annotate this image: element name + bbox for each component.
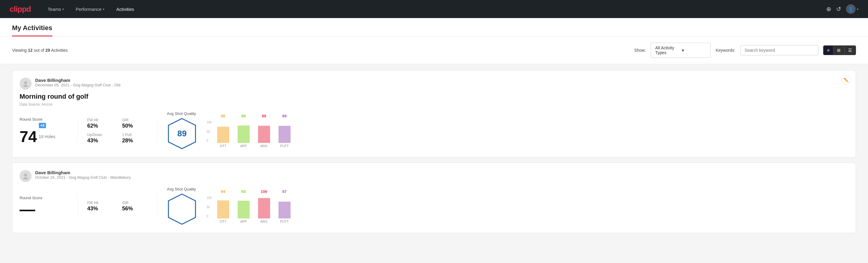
round-score-label: Round Score xyxy=(20,117,68,122)
viewing-suffix: Activities xyxy=(51,48,68,53)
y-label-100: 100 xyxy=(207,121,212,124)
gir-stat: GIR 50% xyxy=(122,118,147,129)
view-compact-icon: ☰ xyxy=(848,48,852,53)
performance-chevron-icon: ▾ xyxy=(103,7,104,11)
svg-marker-5 xyxy=(168,194,195,224)
view-list-icon: ≡ xyxy=(827,48,830,53)
edit-button[interactable]: ✏️ xyxy=(841,75,851,85)
bar-app-fill xyxy=(238,125,250,143)
bar-arg-value-2: 106 xyxy=(261,189,268,194)
search-input[interactable] xyxy=(740,45,818,55)
bar-ott-fill xyxy=(217,127,229,143)
activity-type-select[interactable]: All Activity Types ▾ xyxy=(651,43,711,58)
score-badge: +4 xyxy=(39,123,46,128)
bar-app-2: 93 APP xyxy=(234,189,254,223)
fw-hit-stat-2: FW Hit 43% xyxy=(87,201,113,212)
fw-hit-value: 62% xyxy=(87,123,113,129)
view-list-button[interactable]: ≡ xyxy=(824,46,833,55)
performance-label: Performance xyxy=(76,7,102,12)
bar-ott-label-2: OTT xyxy=(220,220,226,223)
toolbar: Viewing 12 out of 29 Activities Show: Al… xyxy=(0,37,868,64)
divider-4 xyxy=(157,195,157,218)
app-logo[interactable]: clippd xyxy=(10,4,31,14)
hexagon-container-2 xyxy=(167,193,197,226)
hex-value: 89 xyxy=(177,129,186,139)
card-body-2: Round Score — FW Hit 43% GIR 56% xyxy=(20,187,848,226)
gir-value-2: 56% xyxy=(122,206,147,212)
shot-quality-section: Avg Shot Quality 89 100 50 xyxy=(167,111,295,150)
nav-links: Teams ▾ Performance ▾ Activities xyxy=(43,4,826,14)
activity-card: ✏️ Dave Billingham December 05, 2021 - G… xyxy=(12,70,856,158)
round-score-value-2: — xyxy=(20,201,35,217)
bar-app-value: 90 xyxy=(241,114,245,118)
activity-type-chevron-icon: ▾ xyxy=(682,48,706,53)
y-label-50: 50 xyxy=(207,130,212,133)
up-down-label: Up/Down xyxy=(87,133,113,137)
keywords-label: Keywords: xyxy=(715,48,735,53)
bar-putt: 89 PUTT xyxy=(274,114,295,148)
nav-item-teams[interactable]: Teams ▾ xyxy=(43,4,69,14)
bar-app-value-2: 93 xyxy=(241,189,245,194)
round-score-value: 74 xyxy=(20,129,37,144)
bar-arg-fill-2 xyxy=(258,198,270,218)
navbar: clippd Teams ▾ Performance ▾ Activities … xyxy=(0,0,868,18)
divider-2 xyxy=(157,119,157,143)
avatar xyxy=(20,78,32,90)
activity-type-value: All Activity Types xyxy=(655,46,679,55)
fw-hit-label-2: FW Hit xyxy=(87,201,113,205)
bar-putt-2: 87 PUTT xyxy=(274,189,295,223)
shot-quality-section-2: Avg Shot Quality 100 50 0 xyxy=(167,187,295,226)
card-header-2: Dave Billingham October 16, 2021 - Gog M… xyxy=(20,170,848,182)
teams-label: Teams xyxy=(48,7,61,12)
one-putt-label: 1 Putt xyxy=(122,133,147,137)
bar-ott-value: 85 xyxy=(221,114,225,118)
score-holes: 18 Holes xyxy=(39,134,55,139)
round-score-section: Round Score 74 +4 18 Holes xyxy=(20,117,68,144)
fw-hit-value-2: 43% xyxy=(87,206,113,212)
gir-label-2: GIR xyxy=(122,201,147,205)
gir-label: GIR xyxy=(122,118,147,122)
show-label: Show: xyxy=(634,48,646,53)
fw-hit-stat: FW Hit 62% xyxy=(87,118,113,129)
bar-chart-2: 100 50 0 94 OTT 93 xyxy=(207,189,295,223)
bar-app-label: APP xyxy=(240,144,247,148)
card-header: Dave Billingham December 05, 2021 - Gog … xyxy=(20,78,848,90)
avg-shot-label: Avg Shot Quality xyxy=(167,111,197,116)
refresh-icon[interactable]: ↺ xyxy=(836,5,841,12)
user-name: Dave Billingham xyxy=(35,78,120,83)
bar-ott-label: OTT xyxy=(220,144,226,148)
add-icon[interactable]: ⊕ xyxy=(826,5,831,12)
one-putt-stat: 1 Putt 28% xyxy=(122,133,147,144)
bar-ott-fill-2 xyxy=(217,200,229,218)
svg-point-4 xyxy=(23,177,28,179)
bar-putt-label: PUTT xyxy=(280,144,289,148)
viewing-count: 12 xyxy=(28,48,33,53)
one-putt-value: 28% xyxy=(122,138,147,144)
viewing-total: 29 xyxy=(45,48,50,53)
bar-putt-fill xyxy=(279,126,290,143)
activity-title: Morning round of golf xyxy=(20,93,848,100)
hexagon-container: 89 xyxy=(167,117,197,150)
page-header: My Activities xyxy=(0,18,868,37)
bar-arg-label-2: ARG xyxy=(260,220,268,223)
main-content: ✏️ Dave Billingham December 05, 2021 - G… xyxy=(0,64,868,244)
bar-arg-value: 89 xyxy=(262,114,266,118)
bar-putt-value: 89 xyxy=(282,114,286,118)
bar-putt-value-2: 87 xyxy=(282,189,286,194)
nav-item-activities[interactable]: Activities xyxy=(112,4,139,14)
avatar-2 xyxy=(20,170,32,182)
view-compact-button[interactable]: ☰ xyxy=(844,46,856,55)
navbar-actions: ⊕ ↺ 👤 ▾ xyxy=(826,4,858,14)
gir-value: 50% xyxy=(122,123,147,129)
bar-app-fill-2 xyxy=(238,201,250,218)
bar-ott-value-2: 94 xyxy=(221,189,225,194)
avg-shot-label-2: Avg Shot Quality xyxy=(167,187,197,192)
activities-label: Activities xyxy=(116,7,134,12)
card-body: Round Score 74 +4 18 Holes FW Hit 62% G xyxy=(20,111,848,150)
view-grid-button[interactable]: ⊞ xyxy=(833,46,844,55)
user-avatar-button[interactable]: 👤 ▾ xyxy=(846,4,858,14)
up-down-stat: Up/Down 43% xyxy=(87,133,113,144)
bar-arg-2: 106 ARG xyxy=(254,189,274,223)
nav-item-performance[interactable]: Performance ▾ xyxy=(71,4,109,14)
mini-stats-section: FW Hit 62% GIR 50% Up/Down 43% 1 Putt 28… xyxy=(87,118,147,144)
